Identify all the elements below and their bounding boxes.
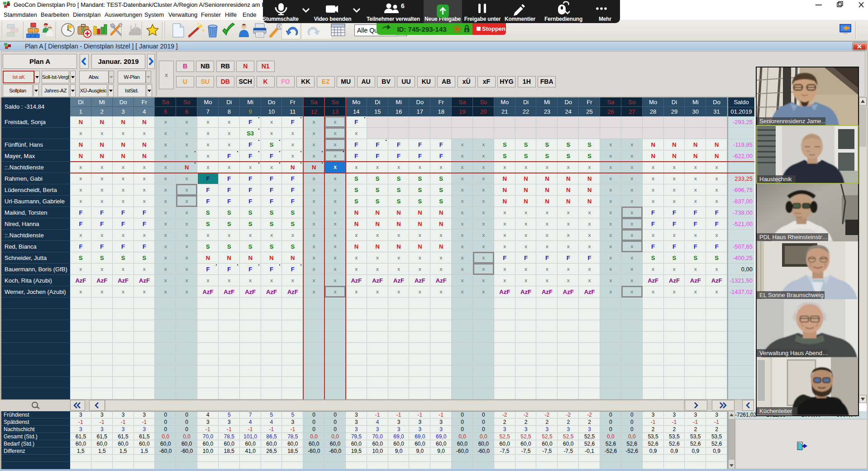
svg-text:E: E — [466, 29, 468, 32]
svg-text:Fernbedienung: Fernbedienung — [544, 16, 582, 22]
svg-text:Kommentier: Kommentier — [505, 16, 536, 22]
svg-text:Mehr: Mehr — [599, 16, 611, 22]
svg-text:Freigabe unter: Freigabe unter — [464, 16, 501, 22]
svg-text:ID: 745-293-143: ID: 745-293-143 — [397, 25, 446, 33]
svg-text:Video beenden: Video beenden — [314, 16, 352, 22]
svg-text:Teilnehmer verwalten: Teilnehmer verwalten — [367, 16, 420, 22]
svg-text:Stummschalte: Stummschalte — [263, 16, 299, 22]
svg-text:6: 6 — [401, 2, 405, 10]
